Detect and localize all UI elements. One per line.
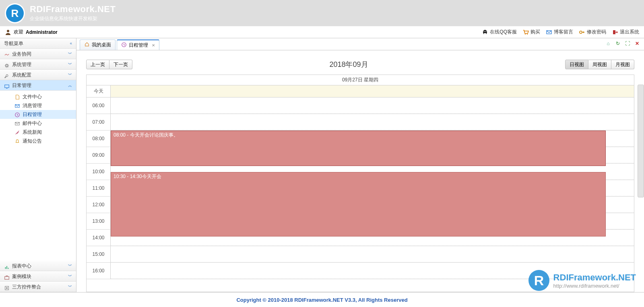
slot-area[interactable] bbox=[111, 97, 634, 114]
cart-icon bbox=[522, 29, 529, 35]
link-logout[interactable]: 退出系统 bbox=[612, 29, 639, 35]
sidebar-item-notice[interactable]: 通知公告 bbox=[0, 137, 76, 145]
svg-rect-13 bbox=[5, 85, 9, 87]
time-label: 09:00 bbox=[87, 147, 111, 163]
sidebar-group-label: 业务协同 bbox=[12, 49, 31, 59]
close-icon[interactable]: ✕ bbox=[152, 43, 155, 48]
view-day-button[interactable]: 日视图 bbox=[565, 60, 588, 69]
sidebar-item-label: 系统新闻 bbox=[23, 128, 42, 137]
app-logo: R bbox=[5, 3, 25, 23]
svg-rect-17 bbox=[5, 267, 6, 269]
collapse-all-icon: « bbox=[70, 38, 72, 49]
nav-header[interactable]: 导航菜单 « bbox=[0, 38, 76, 49]
clock-icon bbox=[14, 112, 20, 117]
app-header: R RDIFramework.NET 企业级信息化系统快速开发框架 bbox=[0, 0, 644, 26]
tab-tool-refresh-icon[interactable]: ↻ bbox=[614, 40, 621, 47]
tab-tool-close-all-icon[interactable]: ✕ bbox=[634, 40, 641, 47]
copyright: Copyright © 2010-2018 RDIFramework.NET V… bbox=[236, 297, 407, 303]
svg-point-10 bbox=[580, 31, 582, 33]
sidebar-group-label: 报表中心 bbox=[12, 261, 31, 271]
envelope-icon bbox=[14, 120, 20, 126]
brand-block: RDIFramework.NET 企业级信息化系统快速开发框架 bbox=[30, 4, 116, 22]
sidebar-group-case[interactable]: 案例模块︾ bbox=[0, 271, 76, 282]
slot-area[interactable] bbox=[111, 114, 634, 130]
sidebar-group-label: 三方控件整合 bbox=[12, 282, 41, 292]
wrench-icon bbox=[4, 72, 10, 78]
tab-sched[interactable]: 日程管理✕ bbox=[117, 39, 159, 50]
file-icon bbox=[14, 94, 20, 100]
calendar-body: 09月27日 星期四 今天 06:0007:0008:0009:0010:001… bbox=[86, 75, 634, 292]
time-slots[interactable]: 06:0007:0008:0009:0010:0011:0012:0013:00… bbox=[87, 97, 634, 292]
time-label: 16:00 bbox=[87, 263, 111, 279]
chevron-down-icon: ︾ bbox=[68, 271, 72, 282]
allday-area[interactable] bbox=[111, 85, 634, 97]
main-area: 导航菜单 « 业务协同︾系统管理︾系统配置︾日常管理︽文件中心消息管理日程管理邮… bbox=[0, 38, 644, 292]
time-slot[interactable]: 06:00 bbox=[87, 97, 634, 114]
link-password[interactable]: 修改密码 bbox=[579, 29, 606, 35]
qq-icon bbox=[482, 29, 488, 35]
sidebar-group-daily[interactable]: 日常管理︽ bbox=[0, 80, 76, 91]
slot-area[interactable] bbox=[111, 246, 634, 262]
svg-rect-20 bbox=[5, 276, 9, 279]
welcome-username: Administrator bbox=[26, 29, 58, 35]
welcome-block: 欢迎 Administrator bbox=[5, 29, 58, 35]
svg-text:R: R bbox=[11, 7, 19, 19]
time-label: 14:00 bbox=[87, 230, 111, 246]
view-month-button[interactable]: 月视图 bbox=[611, 60, 634, 69]
view-week-button[interactable]: 周视图 bbox=[588, 60, 611, 69]
calendar: 上一页 下一页 2018年09月 日视图 周视图 月视图 09月27日 星期四 … bbox=[76, 50, 644, 292]
next-page-button[interactable]: 下一页 bbox=[109, 60, 132, 69]
link-buy[interactable]: 购买 bbox=[522, 29, 540, 35]
allday-row: 今天 bbox=[87, 85, 634, 97]
svg-point-12 bbox=[6, 64, 8, 66]
monitor-icon bbox=[4, 83, 10, 88]
calendar-event[interactable]: 10:30 - 14:30今天开会 bbox=[111, 172, 606, 236]
sidebar-item-label: 日程管理 bbox=[23, 110, 42, 119]
sidebar-item-mail[interactable]: 邮件中心 bbox=[0, 119, 76, 128]
prev-page-button[interactable]: 上一页 bbox=[86, 60, 109, 69]
calendar-event[interactable]: 08:00 - 今天开会讨论国庆事。 bbox=[111, 131, 606, 166]
time-slot[interactable]: 07:00 bbox=[87, 114, 634, 131]
mail-icon bbox=[14, 103, 20, 108]
sidebar-group-biz[interactable]: 业务协同︾ bbox=[0, 49, 76, 59]
tab-tools: ⌂ ↻ ⛶ ✕ bbox=[605, 40, 641, 47]
sidebar-group-syscfg[interactable]: 系统配置︾ bbox=[0, 70, 76, 80]
welcome-prefix: 欢迎 bbox=[14, 29, 23, 35]
tab-tool-fullscreen-icon[interactable]: ⛶ bbox=[624, 40, 631, 47]
sidebar-group-label: 系统管理 bbox=[12, 59, 31, 70]
top-toolbar: 欢迎 Administrator 在线QQ客服 购买 博客留言 修改密码 退出系… bbox=[0, 26, 644, 38]
chevron-down-icon: ︾ bbox=[68, 261, 72, 271]
time-label: 06:00 bbox=[87, 97, 111, 114]
time-label: 07:00 bbox=[87, 114, 111, 130]
footer: Copyright © 2010-2018 RDIFramework.NET V… bbox=[0, 292, 644, 307]
tabstrip: 我的桌面日程管理✕ ⌂ ↻ ⛶ ✕ bbox=[76, 38, 644, 50]
watermark-url: http://www.rdiframework.net/ bbox=[553, 283, 636, 289]
bar-icon bbox=[4, 263, 10, 269]
sidebar-group-report[interactable]: 报表中心︾ bbox=[0, 261, 76, 271]
svg-point-4 bbox=[484, 33, 486, 35]
logout-icon bbox=[612, 29, 618, 35]
watermark-title: RDIFramework.NET bbox=[553, 272, 636, 283]
link-blog[interactable]: 博客留言 bbox=[546, 29, 573, 35]
svg-rect-18 bbox=[6, 266, 7, 269]
sidebar-group-thirdparty[interactable]: 三方控件整合︾ bbox=[0, 282, 76, 292]
link-qq[interactable]: 在线QQ客服 bbox=[482, 29, 517, 35]
case-icon bbox=[4, 274, 10, 279]
plugin-icon bbox=[4, 284, 10, 290]
chevron-down-icon: ︾ bbox=[68, 59, 72, 70]
sidebar-item-label: 邮件中心 bbox=[23, 119, 42, 128]
sidebar-item-file[interactable]: 文件中心 bbox=[0, 92, 76, 101]
tab-home[interactable]: 我的桌面 bbox=[80, 39, 116, 50]
sidebar-item-label: 文件中心 bbox=[23, 92, 42, 101]
sidebar-item-msg[interactable]: 消息管理 bbox=[0, 101, 76, 110]
calendar-title: 2018年09月 bbox=[329, 60, 368, 69]
time-label: 12:00 bbox=[87, 197, 111, 213]
sidebar-item-sched[interactable]: 日程管理 bbox=[0, 110, 76, 119]
chevron-down-icon: ︾ bbox=[68, 282, 72, 292]
sidebar-group-sysmgr[interactable]: 系统管理︾ bbox=[0, 59, 76, 70]
sidebar-group-label: 日常管理 bbox=[12, 80, 31, 91]
time-slot[interactable]: 15:00 bbox=[87, 246, 634, 263]
tab-tool-home-icon[interactable]: ⌂ bbox=[605, 40, 612, 47]
user-icon bbox=[5, 29, 11, 35]
sidebar-item-news[interactable]: 系统新闻 bbox=[0, 128, 76, 137]
